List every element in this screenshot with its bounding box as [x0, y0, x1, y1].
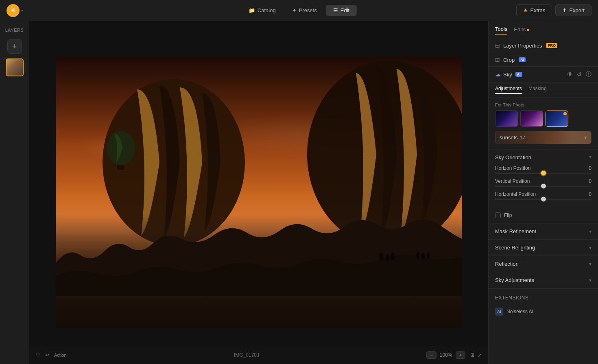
edits-dot [527, 29, 529, 31]
undo-btn[interactable]: ↺ [577, 71, 582, 78]
sky-preset-name: sunsets-17 [500, 134, 526, 141]
eye-btn[interactable]: 👁 [567, 71, 573, 78]
svg-rect-24 [117, 165, 125, 170]
crop-row[interactable]: ⊡ Crop AI [489, 53, 598, 67]
canvas-image [56, 57, 462, 328]
horizon-position-row: Horizon Position 0 [495, 165, 591, 173]
sky-header-left: ☁ Sky AI [495, 71, 565, 78]
masking-tab[interactable]: Masking [528, 86, 547, 94]
presets-icon: ✦ [292, 7, 297, 13]
sky-adjustments-chevron: ▾ [589, 277, 591, 283]
noiseless-extension[interactable]: AI Noiseless AI [489, 304, 598, 319]
edit-icon: ☰ [333, 7, 338, 13]
mountains [56, 214, 462, 296]
app-dropdown-arrow[interactable]: ▾ [21, 8, 23, 13]
sky-title: Sky [503, 72, 512, 78]
horizon-position-value: 0 [589, 165, 591, 171]
extensions-title: Extensions [495, 295, 528, 301]
extensions-header: Extensions [489, 288, 598, 304]
sky-orientation-sliders: Horizon Position 0 Vertical Position 0 [489, 165, 598, 209]
crop-icon: ⊡ [495, 56, 500, 63]
layer-properties-header: ⊟ Layer Properties PRO [489, 38, 598, 53]
horizontal-slider-fill [495, 199, 543, 199]
vertical-slider-thumb[interactable] [541, 184, 546, 188]
mask-refinement-chevron: ▾ [589, 229, 591, 234]
export-icon: ⬆ [562, 7, 567, 13]
adjustments-tab[interactable]: Adjustments [495, 86, 522, 94]
svg-point-25 [379, 253, 383, 261]
horizontal-position-label: Horizontal Position [495, 191, 536, 197]
horizon-position-label: Horizon Position [495, 165, 530, 171]
svg-point-30 [427, 252, 430, 259]
action-label: Action [54, 353, 67, 358]
sky-orientation-section: Sky Orientation ▴ Horizon Position 0 [489, 150, 598, 223]
svg-point-29 [421, 253, 425, 260]
sky-adjustments-header[interactable]: Sky Adjustments ▾ [489, 272, 598, 288]
sky-header: ☁ Sky AI 👁 ↺ ⓘ [489, 67, 598, 82]
edit-nav-btn[interactable]: ☰ Edit [326, 5, 357, 16]
layer-thumbnail[interactable] [6, 58, 24, 76]
adj-tabs: Adjustments Masking [489, 82, 598, 98]
dropdown-arrow-icon: ▾ [584, 134, 587, 141]
info-btn[interactable]: ⓘ [586, 71, 591, 78]
sky-orientation-header[interactable]: Sky Orientation ▴ [489, 150, 598, 165]
heart-icon[interactable]: ♡ [36, 352, 40, 358]
app-logo[interactable]: ☀ [7, 4, 20, 17]
vertical-slider-fill [495, 186, 543, 186]
undo-icon[interactable]: ↩ [45, 352, 49, 358]
topbar-nav: 📁 Catalog ✦ Presets ☰ Edit [241, 5, 357, 16]
sky-thumbs-section: For This Photo sunsets-17 ▾ [489, 98, 598, 150]
layers-label: Layers [5, 28, 24, 32]
extras-btn[interactable]: ★ Extras [516, 4, 552, 16]
cloud-icon: ☁ [495, 71, 501, 78]
scene-relighting-title: Scene Relighting [495, 245, 535, 251]
scene-relighting-section: Scene Relighting ▾ [489, 240, 598, 256]
reflection-header[interactable]: Reflection ▾ [489, 256, 598, 272]
sky-thumb-wrapper-2 [520, 110, 543, 127]
layers-icon: ⊟ [495, 42, 500, 49]
sky-thumb-2[interactable] [520, 110, 543, 127]
mask-refinement-header[interactable]: Mask Refinement ▾ [489, 223, 598, 239]
horizontal-slider-thumb[interactable] [541, 197, 546, 202]
tools-tab[interactable]: Tools [495, 26, 507, 35]
sky-preset-dropdown[interactable]: sunsets-17 ▾ [495, 131, 591, 144]
flip-row: Flip [489, 209, 598, 223]
sky-thumbnails [495, 110, 591, 127]
mask-refinement-title: Mask Refinement [495, 228, 536, 234]
layer-thumb-image [7, 59, 23, 76]
horizontal-position-slider[interactable] [495, 199, 591, 199]
horizon-slider-thumb[interactable] [541, 171, 546, 176]
star-icon: ★ [523, 7, 528, 13]
fit-icon[interactable]: ⊞ [470, 352, 474, 358]
layer-properties-title: Layer Properties [503, 43, 542, 49]
pro-badge: PRO [546, 43, 557, 48]
add-layer-btn[interactable]: + [7, 39, 22, 54]
svg-point-26 [386, 254, 389, 261]
edits-tab[interactable]: Edits [514, 26, 529, 34]
sky-adjustments-title: Sky Adjustments [495, 277, 534, 283]
presets-nav-btn[interactable]: ✦ Presets [285, 5, 324, 16]
flip-checkbox[interactable] [495, 212, 501, 218]
export-btn[interactable]: ⬆ Export [555, 4, 591, 16]
sky-ai-badge: AI [515, 72, 522, 77]
zoom-in-btn[interactable]: + [456, 351, 465, 359]
vertical-position-row: Vertical Position 0 [495, 178, 591, 186]
canvas-wrapper: ♡ ↩ Action IMG_0170.l − 100% + ⊞ ⤢ [29, 21, 488, 364]
zoom-out-btn[interactable]: − [426, 351, 436, 359]
vertical-position-slider[interactable] [495, 186, 591, 186]
svg-point-27 [391, 252, 395, 260]
flip-label: Flip [504, 212, 512, 218]
canvas-area[interactable]: ♡ ↩ Action IMG_0170.l − 100% + ⊞ ⤢ [29, 21, 488, 364]
sky-thumb-wrapper-3 [546, 110, 568, 127]
sky-header-actions: 👁 ↺ ⓘ [567, 71, 591, 78]
horizon-position-slider[interactable] [495, 173, 591, 173]
crop-label: Crop [503, 57, 515, 63]
sky-adjustments-section: Sky Adjustments ▾ [489, 272, 598, 288]
catalog-icon: 📁 [249, 7, 255, 13]
bottom-bar: ♡ ↩ Action IMG_0170.l − 100% + ⊞ ⤢ [29, 346, 488, 364]
balloon-small [105, 130, 137, 179]
catalog-nav-btn[interactable]: 📁 Catalog [241, 5, 283, 16]
fullscreen-icon[interactable]: ⤢ [478, 352, 482, 358]
scene-relighting-header[interactable]: Scene Relighting ▾ [489, 240, 598, 256]
sky-thumb-1[interactable] [495, 110, 518, 127]
